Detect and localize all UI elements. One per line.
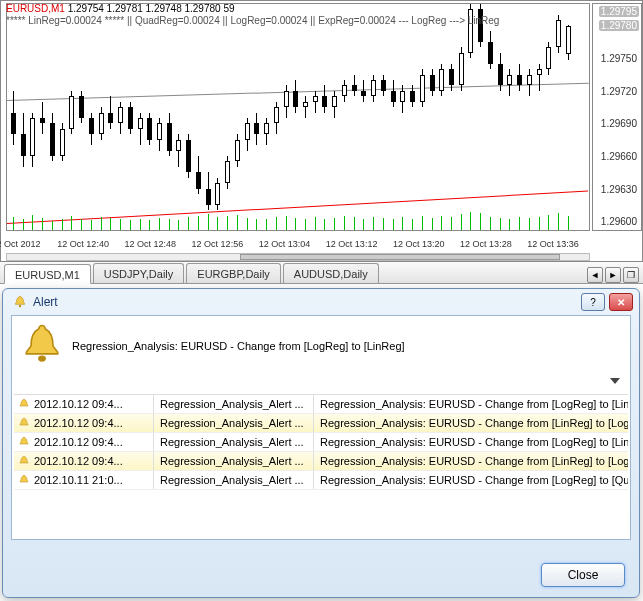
svg-point-1 (38, 355, 46, 361)
alert-body: Regression_Analysis: EURUSD - Change fro… (11, 315, 631, 540)
alert-time: 2012.10.12 09:4... (34, 414, 123, 432)
price-badge-high: 1.29795 (599, 6, 639, 17)
price-label: 1.29630 (601, 183, 637, 194)
alert-dialog[interactable]: Alert ? ✕ Regression_Analysis: EURUSD - … (2, 288, 640, 598)
chart-indicator-line: ***** LinReg=0.00024 ***** || QuadReg=0.… (6, 15, 499, 26)
time-label: 12 Oct 12:40 (57, 239, 109, 249)
bell-icon (18, 417, 30, 429)
time-axis: 12 Oct 201212 Oct 12:4012 Oct 12:4812 Oc… (6, 233, 590, 253)
alert-source: Regression_Analysis_Alert ... (154, 395, 314, 413)
chart-scroll-thumb[interactable] (240, 254, 560, 260)
chart-panel[interactable]: EURUSD,M1 1.29754 1.29781 1.29748 1.2978… (0, 0, 643, 262)
alert-source: Regression_Analysis_Alert ... (154, 433, 314, 451)
alert-banner: Regression_Analysis: EURUSD - Change fro… (12, 316, 630, 372)
time-label: 12 Oct 13:28 (460, 239, 512, 249)
alert-titlebar[interactable]: Alert ? ✕ (3, 289, 639, 315)
alert-source: Regression_Analysis_Alert ... (154, 471, 314, 489)
alert-message: Regression_Analysis: EURUSD - Change fro… (314, 414, 628, 432)
alert-message: Regression_Analysis: EURUSD - Change fro… (314, 452, 628, 470)
price-label: 1.29660 (601, 151, 637, 162)
tab-prev-button[interactable]: ◄ (587, 267, 603, 283)
bell-icon (13, 295, 27, 309)
chart-symbol: EURUSD,M1 (6, 3, 65, 14)
alert-message: Regression_Analysis: EURUSD - Change fro… (314, 395, 628, 413)
chart-scrollbar[interactable] (6, 253, 590, 261)
tab-restore-button[interactable]: ❐ (623, 267, 639, 283)
bell-icon (18, 474, 30, 486)
time-label: 12 Oct 12:56 (192, 239, 244, 249)
alert-history-table[interactable]: 2012.10.12 09:4...Regression_Analysis_Al… (14, 394, 628, 537)
bell-icon (18, 436, 30, 448)
alert-time: 2012.10.11 21:0... (34, 471, 123, 489)
price-label: 1.29720 (601, 85, 637, 96)
chart-tabstrip: EURUSD,M1USDJPY,DailyEURGBP,DailyAUDUSD,… (0, 262, 643, 284)
chart-ohlc: 1.29754 1.29781 1.29748 1.29780 59 (68, 3, 235, 14)
time-label: 12 Oct 12:48 (124, 239, 176, 249)
alert-row[interactable]: 2012.10.12 09:4...Regression_Analysis_Al… (14, 433, 628, 452)
chart-plot-area[interactable] (6, 3, 590, 231)
alert-time: 2012.10.12 09:4... (34, 395, 123, 413)
time-label: 12 Oct 13:20 (393, 239, 445, 249)
alert-message: Regression_Analysis: EURUSD - Change fro… (314, 433, 628, 451)
chart-title: EURUSD,M1 1.29754 1.29781 1.29748 1.2978… (6, 3, 235, 15)
price-label: 1.29750 (601, 53, 637, 64)
time-label: 12 Oct 2012 (0, 239, 41, 249)
alert-time: 2012.10.12 09:4... (34, 433, 123, 451)
price-label: 1.29600 (601, 216, 637, 227)
alert-row[interactable]: 2012.10.12 09:4...Regression_Analysis_Al… (14, 452, 628, 471)
price-axis: 1.29795 1.29780 1.297501.297201.296901.2… (592, 3, 642, 231)
time-label: 12 Oct 13:04 (259, 239, 311, 249)
dropdown-icon[interactable] (610, 378, 620, 384)
alert-message: Regression_Analysis: EURUSD - Change fro… (314, 471, 628, 489)
bell-icon (18, 398, 30, 410)
price-badge-current: 1.29780 (599, 20, 639, 31)
alert-banner-text: Regression_Analysis: EURUSD - Change fro… (72, 340, 405, 352)
svg-point-0 (19, 305, 21, 307)
alert-row[interactable]: 2012.10.12 09:4...Regression_Analysis_Al… (14, 414, 628, 433)
close-button[interactable]: Close (541, 563, 625, 587)
dialog-close-button[interactable]: ✕ (609, 293, 633, 311)
alert-source: Regression_Analysis_Alert ... (154, 414, 314, 432)
help-button[interactable]: ? (581, 293, 605, 311)
chart-tab[interactable]: USDJPY,Daily (93, 263, 185, 283)
alert-source: Regression_Analysis_Alert ... (154, 452, 314, 470)
chart-tab[interactable]: EURGBP,Daily (186, 263, 281, 283)
bell-icon (18, 455, 30, 467)
time-label: 12 Oct 13:36 (527, 239, 579, 249)
chart-tab[interactable]: EURUSD,M1 (4, 264, 91, 284)
alert-time: 2012.10.12 09:4... (34, 452, 123, 470)
alert-row[interactable]: 2012.10.12 09:4...Regression_Analysis_Al… (14, 395, 628, 414)
alert-row[interactable]: 2012.10.11 21:0...Regression_Analysis_Al… (14, 471, 628, 490)
chart-tab[interactable]: AUDUSD,Daily (283, 263, 379, 283)
bell-icon (22, 324, 62, 368)
tabstrip-controls: ◄ ► ❐ (587, 267, 643, 283)
tab-next-button[interactable]: ► (605, 267, 621, 283)
price-label: 1.29690 (601, 118, 637, 129)
time-label: 12 Oct 13:12 (326, 239, 378, 249)
alert-title: Alert (33, 295, 581, 309)
